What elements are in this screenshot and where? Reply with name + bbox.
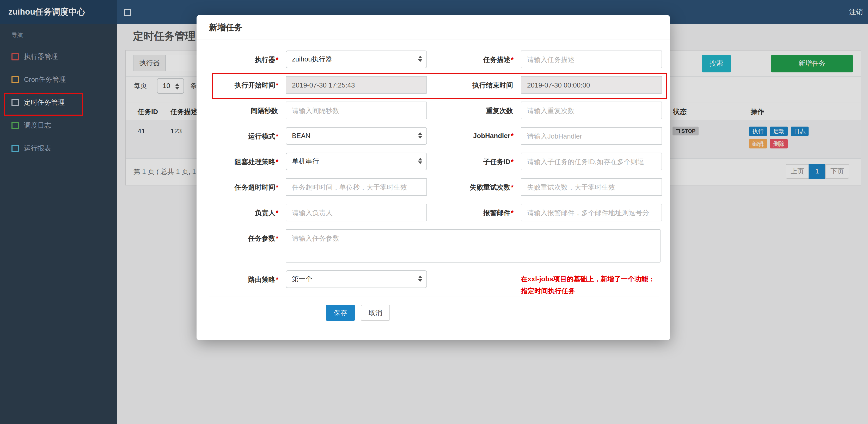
field-label: 执行开始时间*	[196, 76, 286, 94]
required-asterisk: *	[276, 183, 278, 191]
field-label: 路由策略*	[196, 270, 286, 297]
required-asterisk: *	[511, 132, 514, 140]
field-label-text: 重复次数	[486, 107, 513, 115]
interval-seconds-input[interactable]	[286, 102, 427, 119]
feature-note-line1: 在xxl-jobs项目的基础上，新增了一个功能：	[521, 273, 662, 285]
required-asterisk: *	[276, 132, 278, 140]
field-label: 报警邮件*	[427, 204, 521, 221]
field-label: 子任务ID*	[427, 153, 521, 170]
field-label-text: 负责人	[255, 209, 275, 217]
field-label-text: 阻塞处理策略	[235, 158, 275, 166]
job-desc-input[interactable]	[521, 51, 662, 68]
field-label: 间隔秒数	[196, 102, 286, 119]
required-asterisk: *	[511, 158, 514, 166]
required-asterisk: *	[511, 183, 514, 191]
form-row: 任务参数*	[196, 229, 670, 265]
field-label: 执行结束时间	[427, 76, 521, 94]
field-label: 运行模式*	[196, 127, 286, 145]
field-label: 执行器*	[196, 51, 286, 68]
field-label: 重复次数	[427, 102, 521, 119]
required-asterisk: *	[511, 209, 514, 217]
select-arrows-icon	[418, 158, 422, 164]
form-row: 间隔秒数 重复次数	[196, 102, 670, 119]
save-button[interactable]: 保存	[326, 305, 355, 321]
repeat-count-input[interactable]	[521, 102, 662, 119]
field-label-text: 报警邮件	[483, 209, 510, 217]
field-label: 任务参数*	[196, 229, 286, 265]
required-asterisk: *	[276, 275, 278, 283]
field-label-text: JobHandler	[473, 132, 510, 140]
field-label-spacer	[427, 270, 521, 297]
end-time-input[interactable]	[521, 76, 662, 94]
field-label-text: 间隔秒数	[251, 107, 278, 115]
select-value: 单机串行	[292, 157, 319, 165]
form-row: 阻塞处理策略* 单机串行 子任务ID*	[196, 153, 670, 170]
required-asterisk: *	[276, 158, 278, 166]
field-label: 任务描述*	[427, 51, 521, 68]
form-row: 执行器* zuihou执行器 任务描述*	[196, 51, 670, 68]
form-row: 任务超时时间* 失败重试次数*	[196, 178, 670, 196]
field-label-text: 任务描述	[483, 56, 510, 64]
screen: zuihou任务调度中心 注销 导航 执行器管理 Cron任务管理 定时任务管理…	[0, 0, 868, 424]
field-label-text: 运行模式	[248, 132, 275, 140]
form-row: 运行模式* BEAN JobHandler*	[196, 127, 670, 145]
form-row: 路由策略* 第一个 在xxl-jobs项目的基础上，新增了一个功能： 指定时间执…	[196, 270, 670, 297]
alarm-email-input[interactable]	[521, 204, 662, 221]
field-label: 任务超时时间*	[196, 178, 286, 196]
field-label-text: 执行器	[255, 56, 275, 64]
select-arrows-icon	[418, 132, 422, 138]
form-row: 执行开始时间* 执行结束时间	[196, 76, 670, 94]
feature-note-line2: 指定时间执行任务	[521, 285, 662, 297]
field-label: 阻塞处理策略*	[196, 153, 286, 170]
modal-buttons: 保存 取消	[326, 305, 390, 321]
route-strategy-select[interactable]: 第一个	[286, 270, 427, 288]
select-arrows-icon	[418, 56, 422, 62]
feature-note: 在xxl-jobs项目的基础上，新增了一个功能： 指定时间执行任务	[521, 270, 662, 297]
job-param-textarea[interactable]	[286, 229, 660, 263]
form-row: 负责人* 报警邮件*	[196, 204, 670, 221]
field-label: 失败重试次数*	[427, 178, 521, 196]
add-task-modal: 新增任务 执行器* zuihou执行器 任务描述* 执行开始时间* 执行结束时间…	[196, 15, 670, 340]
executor-select[interactable]: zuihou执行器	[286, 51, 427, 68]
owner-input[interactable]	[286, 204, 427, 221]
modal-title: 新增任务	[196, 15, 670, 40]
fail-retry-input[interactable]	[521, 178, 662, 196]
block-strategy-select[interactable]: 单机串行	[286, 153, 427, 170]
select-arrows-icon	[418, 275, 422, 282]
required-asterisk: *	[276, 209, 278, 217]
field-label-text: 子任务ID	[483, 158, 510, 166]
required-asterisk: *	[276, 234, 278, 242]
field-label-text: 执行结束时间	[472, 81, 513, 89]
select-value: 第一个	[292, 275, 312, 283]
field-label-text: 任务超时时间	[235, 183, 275, 191]
field-label: 负责人*	[196, 204, 286, 221]
timeout-input[interactable]	[286, 178, 427, 196]
child-job-id-input[interactable]	[521, 153, 662, 170]
start-time-input[interactable]	[286, 76, 427, 94]
field-label-text: 任务参数	[248, 234, 275, 242]
required-asterisk: *	[276, 56, 278, 64]
cancel-button[interactable]: 取消	[361, 305, 390, 321]
select-value: BEAN	[292, 132, 310, 140]
form-divider	[209, 296, 659, 296]
job-handler-input[interactable]	[521, 127, 662, 145]
field-label-text: 执行开始时间	[235, 81, 275, 89]
select-value: zuihou执行器	[292, 55, 332, 63]
field-label: JobHandler*	[427, 127, 521, 145]
field-label-text: 路由策略	[248, 275, 275, 283]
required-asterisk: *	[276, 81, 278, 89]
required-asterisk: *	[511, 56, 514, 64]
field-label-text: 失败重试次数	[470, 183, 510, 191]
run-mode-select[interactable]: BEAN	[286, 127, 427, 145]
